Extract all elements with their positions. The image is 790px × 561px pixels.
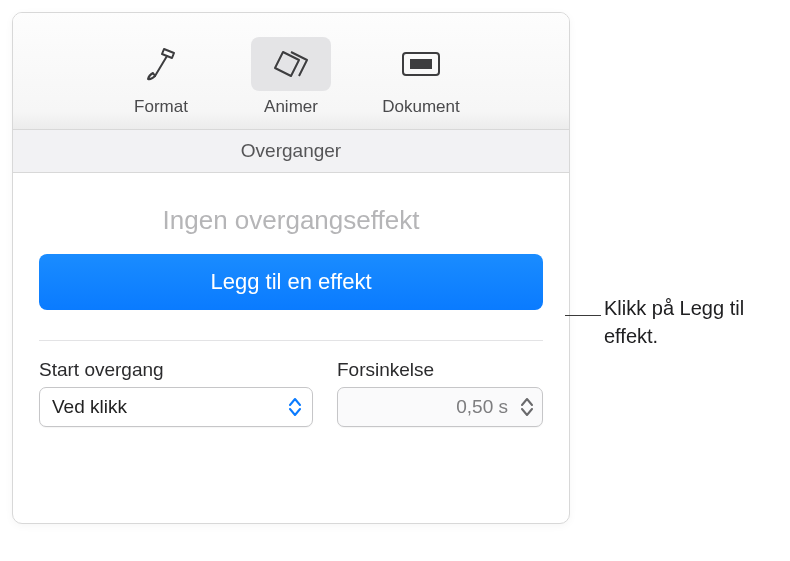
transitions-content: Ingen overgangseffekt Legg til en effekt… (13, 173, 569, 427)
start-transition-label: Start overgang (39, 359, 313, 381)
section-header: Overganger (13, 130, 569, 173)
add-effect-button[interactable]: Legg til en effekt (39, 254, 543, 310)
inspector-panel: Format Animer Dokument Overganger (12, 12, 570, 524)
tab-label: Format (101, 97, 221, 117)
animate-icon (251, 37, 331, 91)
callout-text: Klikk på Legg til effekt. (604, 294, 784, 350)
inspector-toolbar: Format Animer Dokument (13, 13, 569, 130)
svg-rect-1 (410, 59, 432, 69)
add-effect-label: Legg til en effekt (210, 269, 371, 294)
format-icon (121, 37, 201, 91)
section-title: Overganger (241, 140, 341, 162)
updown-icon (282, 392, 308, 422)
tab-format[interactable]: Format (101, 37, 221, 129)
callout-leader-line (565, 315, 601, 316)
divider (39, 340, 543, 341)
delay-label: Forsinkelse (337, 359, 543, 381)
tab-document[interactable]: Dokument (361, 37, 481, 129)
settings-row: Start overgang Ved klikk Forsinkelse 0,5… (39, 359, 543, 427)
start-transition-field: Start overgang Ved klikk (39, 359, 313, 427)
start-transition-value: Ved klikk (52, 396, 127, 418)
stepper-arrows-icon[interactable] (516, 392, 538, 422)
delay-value: 0,50 s (456, 396, 508, 418)
tab-label: Dokument (361, 97, 481, 117)
delay-stepper[interactable]: 0,50 s (337, 387, 543, 427)
delay-field: Forsinkelse 0,50 s (337, 359, 543, 427)
document-icon (381, 37, 461, 91)
no-effect-label: Ingen overgangseffekt (39, 205, 543, 236)
tab-label: Animer (231, 97, 351, 117)
tab-animate[interactable]: Animer (231, 37, 351, 129)
start-transition-select[interactable]: Ved klikk (39, 387, 313, 427)
